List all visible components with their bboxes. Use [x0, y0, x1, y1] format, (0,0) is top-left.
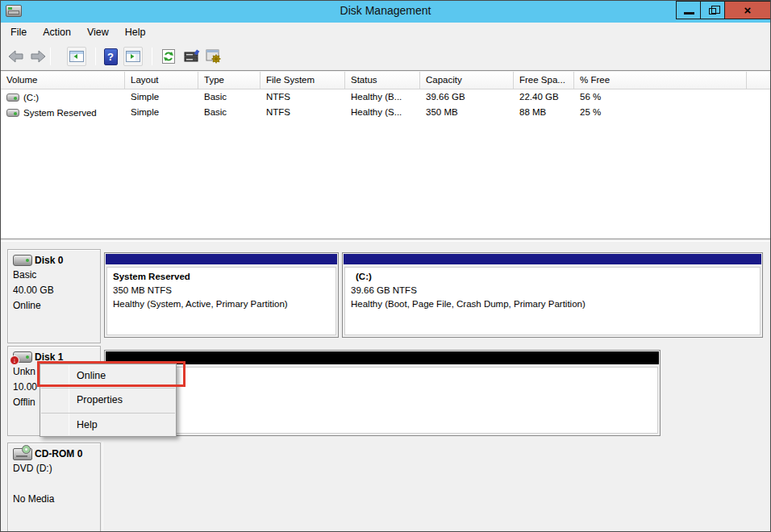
help-icon: ?: [104, 48, 118, 65]
cdrom-icon: [13, 448, 32, 460]
settings-button[interactable]: [204, 47, 223, 66]
cell-layout: Simple: [125, 89, 198, 105]
partition-c[interactable]: (C:) 39.66 GB NTFS Healthy (Boot, Page F…: [342, 252, 763, 338]
disk0-size: 40.00 GB: [13, 283, 95, 298]
col-file-system[interactable]: File System: [260, 72, 345, 89]
primary-partition-stripe: [344, 254, 761, 264]
col-capacity[interactable]: Capacity: [420, 72, 514, 89]
toolbar: ?: [1, 42, 770, 71]
close-button[interactable]: ×: [724, 1, 771, 19]
menu-help[interactable]: Help: [117, 24, 154, 40]
cdrom-card[interactable]: CD-ROM 0 DVD (D:) No Media: [7, 443, 101, 532]
close-icon: ×: [744, 3, 752, 17]
primary-partition-stripe: [106, 254, 337, 264]
show-action-pane-button[interactable]: [123, 47, 143, 66]
partition-system-reserved[interactable]: System Reserved 350 MB NTFS Healthy (Sys…: [104, 252, 339, 338]
minimize-button[interactable]: [676, 1, 701, 19]
disk-icon: ↓: [13, 351, 32, 363]
unallocated-stripe: [106, 351, 659, 364]
partition-unallocated[interactable]: [104, 350, 661, 436]
cell-capacity: 350 MB: [420, 105, 514, 120]
col-free-space[interactable]: Free Spa...: [514, 72, 574, 89]
online-highlight-annotation: [37, 361, 185, 387]
volume-name: System Reserved: [23, 108, 97, 118]
context-menu-properties[interactable]: Properties: [40, 389, 176, 412]
col-layout[interactable]: Layout: [125, 72, 198, 89]
show-console-tree-button[interactable]: [67, 47, 86, 66]
action-pane-icon: [126, 51, 140, 62]
col-filler: [747, 72, 770, 89]
refresh-icon: [161, 48, 176, 64]
col-volume[interactable]: Volume: [1, 72, 125, 89]
toolbar-separator: [95, 48, 96, 65]
window-title: Disk Management: [1, 4, 770, 17]
cdrom-media-status: No Media: [13, 492, 95, 507]
col-type[interactable]: Type: [198, 72, 260, 89]
disk0-type: Basic: [13, 268, 95, 283]
cdrom-name: CD-ROM 0: [35, 448, 82, 459]
forward-button[interactable]: [28, 47, 48, 66]
menu-file[interactable]: File: [2, 24, 35, 40]
volume-list: Volume Layout Type File System Status Ca…: [1, 72, 770, 238]
cell-free-space: 22.40 GB: [514, 89, 574, 105]
volume-list-header: Volume Layout Type File System Status Ca…: [1, 72, 770, 89]
forward-arrow-icon: [29, 49, 47, 64]
disk0-name: Disk 0: [35, 255, 63, 266]
cell-type: Basic: [198, 105, 260, 120]
restore-button[interactable]: [700, 1, 725, 19]
cell-pct-free: 56 %: [574, 89, 747, 105]
back-button[interactable]: [6, 47, 26, 66]
partition-health: Healthy (System, Active, Primary Partiti…: [113, 297, 330, 311]
disk-management-window: Disk Management × File Action View Help: [0, 0, 771, 532]
cell-layout: Simple: [125, 105, 198, 120]
cell-pct-free: 25 %: [574, 105, 747, 120]
partition-title: System Reserved: [113, 270, 330, 284]
cell-type: Basic: [198, 89, 260, 105]
pane-splitter[interactable]: [1, 239, 770, 242]
minimize-icon: [684, 12, 694, 15]
volume-icon: [6, 109, 19, 117]
cell-status: Healthy (S...: [345, 105, 420, 120]
menu-view[interactable]: View: [79, 24, 117, 40]
volume-name: (C:): [23, 93, 39, 102]
console-tree-icon: [69, 51, 84, 62]
disk-icon: [13, 255, 32, 266]
gear-icon: [206, 49, 222, 64]
volume-icon: [6, 94, 19, 102]
rescan-disks-button[interactable]: [182, 47, 202, 66]
cell-capacity: 39.66 GB: [420, 89, 514, 105]
back-arrow-icon: [7, 49, 25, 64]
col-status[interactable]: Status: [345, 72, 420, 89]
help-button[interactable]: ?: [101, 47, 120, 66]
cdrom-row-divider: [102, 442, 103, 532]
rescan-disks-icon: [184, 49, 200, 64]
cell-file-system: NTFS: [260, 89, 345, 105]
partition-title: (C:): [351, 270, 754, 284]
volume-row-c[interactable]: (C:) Simple Basic NTFS Healthy (B... 39.…: [1, 89, 770, 105]
spacer: [13, 476, 95, 492]
offline-badge-icon: ↓: [10, 355, 19, 365]
cell-status: Healthy (B...: [345, 89, 420, 105]
context-menu-help[interactable]: Help: [40, 414, 176, 437]
cell-free-space: 88 MB: [514, 105, 574, 120]
disk0-status: Online: [13, 298, 95, 314]
disk0-card[interactable]: Disk 0 Basic 40.00 GB Online: [7, 249, 101, 343]
volume-row-system-reserved[interactable]: System Reserved Simple Basic NTFS Health…: [1, 105, 770, 120]
menu-action[interactable]: Action: [35, 24, 79, 40]
menu-bar: File Action View Help: [1, 23, 770, 42]
refresh-button[interactable]: [159, 47, 178, 66]
cdrom-drive-letter: DVD (D:): [13, 461, 95, 476]
col-pct-free[interactable]: % Free: [574, 72, 747, 89]
titlebar: Disk Management ×: [1, 1, 770, 23]
partition-size: 350 MB NTFS: [113, 284, 330, 297]
toolbar-separator: [50, 48, 51, 65]
partition-health: Healthy (Boot, Page File, Crash Dump, Pr…: [351, 297, 754, 311]
toolbar-separator: [152, 48, 152, 65]
cell-file-system: NTFS: [260, 105, 345, 120]
partition-size: 39.66 GB NTFS: [351, 284, 754, 297]
restore-icon: [709, 8, 716, 15]
